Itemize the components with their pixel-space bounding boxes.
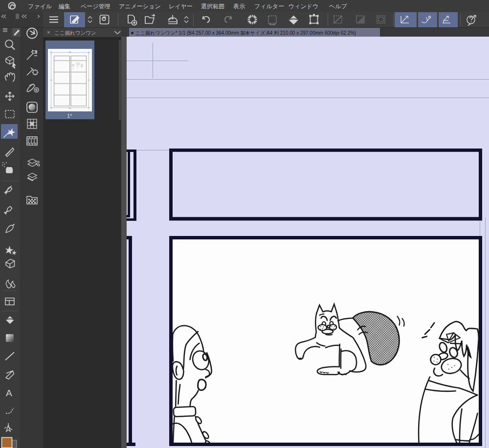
svg-text:A: A [6, 388, 12, 398]
